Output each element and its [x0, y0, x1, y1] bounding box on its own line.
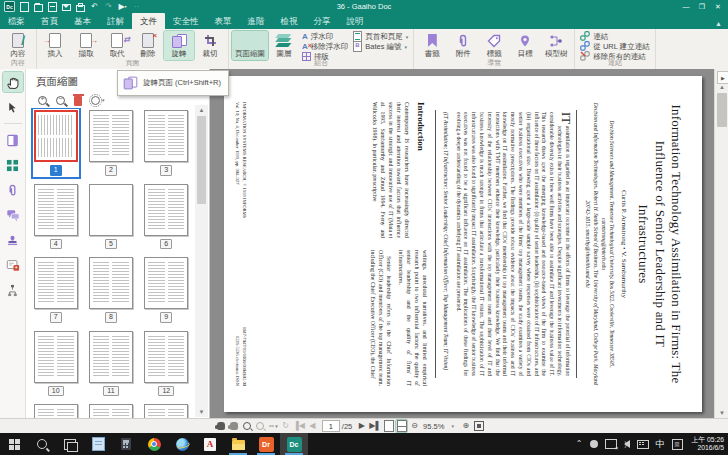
- undo-icon[interactable]: ↶: [90, 2, 99, 11]
- panel-options-button[interactable]: ▾: [91, 96, 105, 105]
- watermark-button[interactable]: A 浮水印: [302, 32, 348, 41]
- file-explorer-button[interactable]: [224, 433, 252, 455]
- save-icon[interactable]: [48, 2, 57, 11]
- show-hidden-icons[interactable]: ⌃: [576, 440, 583, 448]
- tray-app-icon[interactable]: [590, 440, 598, 448]
- tab-share[interactable]: 分享: [306, 13, 339, 29]
- tab-security[interactable]: 安全性: [165, 13, 207, 29]
- last-page-icon[interactable]: ▶▌: [369, 420, 381, 432]
- rotate-pages-button[interactable]: 旋轉: [164, 31, 194, 60]
- tags-button[interactable]: 標籤: [479, 31, 509, 60]
- doc-scrollbar-thumb[interactable]: [717, 93, 727, 127]
- first-page-icon[interactable]: ▐◀: [293, 420, 305, 432]
- browser-app-button[interactable]: [168, 433, 196, 455]
- tab-help[interactable]: 說明: [339, 13, 372, 29]
- fullscreen-icon[interactable]: [473, 420, 484, 432]
- previous-view-icon[interactable]: ↻: [280, 420, 291, 432]
- redo-icon[interactable]: ↷: [104, 2, 113, 11]
- thumbnail-item[interactable]: 2: [87, 108, 135, 178]
- network-icon[interactable]: [605, 439, 617, 449]
- thumbnails-panel-button[interactable]: [3, 155, 23, 175]
- thumbnail-item[interactable]: 3: [142, 108, 190, 178]
- tab-home[interactable]: 首頁: [33, 13, 66, 29]
- signatures-panel-button[interactable]: [3, 255, 23, 275]
- next-page-icon[interactable]: ▶: [356, 420, 367, 432]
- taskbar-clock[interactable]: 上午 05:26 2016/6/5: [690, 436, 725, 453]
- link-button[interactable]: 連結: [580, 32, 649, 41]
- thumbnail-item[interactable]: 9: [142, 255, 190, 325]
- link-from-url-button[interactable]: 從 URL 建立連結: [580, 42, 649, 51]
- bates-numbering-button[interactable]: Bates 編號 ▾: [353, 42, 408, 51]
- page-number-input[interactable]: [322, 420, 340, 432]
- zoom-out-icon[interactable]: ⊖: [409, 420, 420, 432]
- tab-document[interactable]: 文件: [132, 13, 165, 29]
- header-footer-button[interactable]: 頁首和頁尾 ▾: [353, 32, 408, 41]
- tab-file[interactable]: 檔案: [0, 13, 33, 29]
- hand-tool-status-icon[interactable]: [215, 420, 226, 432]
- calculator-app-button[interactable]: [112, 433, 140, 455]
- thumbnail-item[interactable]: 1: [32, 108, 80, 178]
- email-icon[interactable]: [62, 2, 71, 11]
- document-scrollbar[interactable]: ▶ ▲ ▼: [714, 69, 728, 418]
- fit-width-icon[interactable]: ⇔▾: [267, 420, 278, 432]
- thumbnail-item[interactable]: 8: [87, 255, 135, 325]
- start-button[interactable]: [0, 433, 28, 455]
- thumbnail-item[interactable]: 14: [87, 402, 135, 418]
- insert-page-button[interactable]: → 插入: [40, 31, 70, 60]
- acrobat-app-button[interactable]: A: [196, 433, 224, 455]
- replace-page-button[interactable]: ⇄ 取代: [102, 31, 132, 60]
- previous-page-icon[interactable]: ◀: [307, 420, 318, 432]
- print-icon[interactable]: [76, 2, 85, 11]
- task-view-button[interactable]: [56, 433, 84, 455]
- zoom-dropdown-icon[interactable]: ▾: [447, 420, 458, 432]
- zoom-in-thumbnails-icon[interactable]: +: [38, 96, 47, 105]
- ime-language-indicator[interactable]: 中: [656, 438, 665, 451]
- tab-view[interactable]: 檢視: [273, 13, 306, 29]
- maximize-button[interactable]: ❐: [695, 2, 709, 12]
- notepad-app-button[interactable]: [84, 433, 112, 455]
- tab-forms[interactable]: 表單: [207, 13, 240, 29]
- doc-scroll-up-icon[interactable]: ▲: [715, 84, 728, 90]
- ime-mode-icon[interactable]: 圖: [672, 439, 683, 450]
- bookmarks-panel-button[interactable]: [3, 130, 23, 150]
- continuous-view-icon[interactable]: [396, 420, 407, 432]
- panel-scrollbar-thumb[interactable]: [197, 116, 206, 204]
- select-tool-icon[interactable]: ▶▾: [118, 2, 127, 11]
- doc-scroll-down-icon[interactable]: ▼: [715, 410, 728, 416]
- panel-scrollbar[interactable]: ▲ ▼: [195, 105, 208, 417]
- thumbnail-item[interactable]: 6: [142, 182, 190, 252]
- layers-button[interactable]: 圖層: [269, 31, 299, 60]
- minimize-button[interactable]: —: [679, 2, 693, 12]
- thumbnail-item[interactable]: 13: [32, 402, 80, 418]
- touch-keyboard-icon[interactable]: [637, 440, 649, 449]
- new-document-icon[interactable]: [20, 2, 29, 11]
- attachments-panel-button[interactable]: [3, 180, 23, 200]
- model-tree-panel-button[interactable]: [3, 280, 23, 300]
- tab-advanced[interactable]: 進階: [240, 13, 273, 29]
- thumbnail-item[interactable]: 12: [142, 329, 190, 399]
- collapse-ribbon-icon[interactable]: ▲: [715, 20, 728, 29]
- thumbnail-item[interactable]: 11: [87, 329, 135, 399]
- marquee-zoom-icon[interactable]: [241, 420, 252, 432]
- document-viewport[interactable]: Information Technology Assimilation in F…: [210, 69, 714, 418]
- bookmarks-button[interactable]: 書籤: [417, 31, 447, 60]
- close-button[interactable]: ✕: [711, 2, 725, 12]
- loupe-tool-icon[interactable]: [254, 420, 265, 432]
- zoom-out-thumbnails-icon[interactable]: −: [56, 96, 65, 105]
- open-file-icon[interactable]: [34, 2, 43, 11]
- stamps-panel-button[interactable]: [3, 230, 23, 250]
- remove-watermark-button[interactable]: A 移除浮水印: [302, 42, 348, 51]
- gaaiho-drive-button[interactable]: Dr: [252, 433, 280, 455]
- page-thumbnails-button[interactable]: 頁面縮圖: [232, 31, 268, 60]
- zoom-level[interactable]: 95.5%: [423, 422, 444, 431]
- gaaiho-doc-button[interactable]: Dc: [280, 433, 308, 455]
- single-page-view-icon[interactable]: [383, 420, 394, 432]
- speaker-icon[interactable]: [624, 440, 630, 448]
- select-tool-button[interactable]: [3, 97, 23, 117]
- hand-tool-button[interactable]: [3, 72, 23, 92]
- taskbar-search-button[interactable]: [28, 433, 56, 455]
- zoom-in-icon[interactable]: ⊕: [460, 420, 471, 432]
- destinations-button[interactable]: 目標: [510, 31, 540, 60]
- properties-button[interactable]: ▎ 內容: [3, 31, 33, 60]
- comments-panel-button[interactable]: [3, 205, 23, 225]
